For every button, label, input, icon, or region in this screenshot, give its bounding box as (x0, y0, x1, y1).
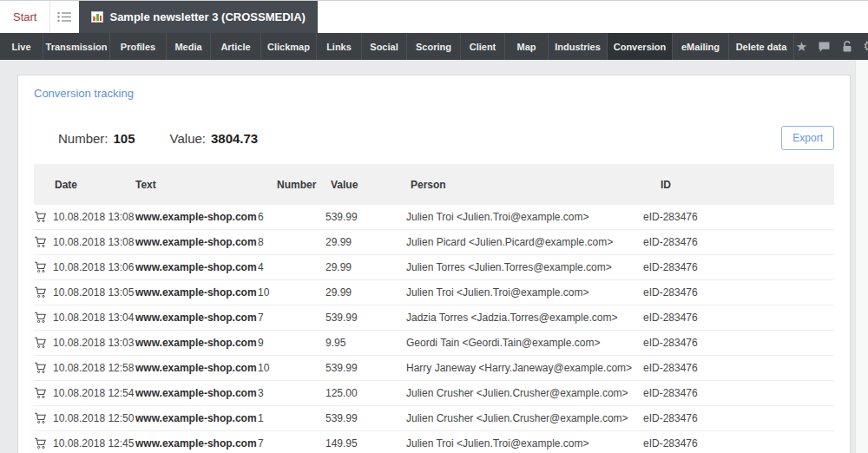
cell-text: www.example-shop.com (135, 337, 258, 349)
cell-date: 10.08.2018 12:54 (53, 387, 135, 399)
nav-item-conversion[interactable]: Conversion (608, 33, 673, 60)
nav-item-label: Conversion (614, 42, 667, 52)
nav-item-client[interactable]: Client (461, 33, 505, 60)
cell-text: www.example-shop.com (135, 211, 258, 223)
cell-number: 10 (258, 286, 326, 299)
cell-number: 9 (258, 337, 326, 349)
cell-id: eID-283476 (643, 211, 834, 223)
cell-date: 10.08.2018 13:08 (53, 236, 135, 248)
nav-item-profiles[interactable]: Profiles (110, 33, 167, 60)
nav-item-industries[interactable]: Industries (549, 33, 608, 60)
nav-item-map[interactable]: Map (505, 33, 549, 60)
nav-item-delete-data[interactable]: Delete data (729, 33, 794, 60)
column-header-id: ID (643, 179, 834, 191)
cell-number: 7 (258, 312, 326, 324)
cell-person: Harry Janeway <Harry.Janeway@example.com… (402, 362, 643, 374)
conversion-table: Date Text Number Value Person ID 10.08.2… (34, 164, 834, 453)
newsletter-icon (91, 11, 103, 23)
table-row: 10.08.2018 12:45 www.example-shop.com 7 … (34, 431, 834, 453)
export-button[interactable]: Export (781, 126, 834, 150)
cell-id: eID-283476 (643, 261, 834, 273)
nav-item-label: eMailing (681, 42, 720, 52)
cell-value: 29.99 (326, 286, 402, 299)
gear-icon[interactable]: ⚙ (862, 39, 868, 54)
column-header-person: Person (402, 179, 643, 191)
cell-date: 10.08.2018 13:05 (53, 286, 135, 299)
star-icon[interactable]: ★ (794, 39, 809, 54)
cell-id: eID-283476 (643, 437, 834, 450)
nav-item-label: Profiles (121, 42, 155, 52)
cart-icon (34, 437, 53, 450)
cell-value: 539.99 (326, 211, 402, 223)
summary-row: Number: 105 Value: 3804.73 Export (34, 126, 834, 150)
unlock-icon[interactable] (839, 39, 854, 54)
table-row: 10.08.2018 13:04 www.example-shop.com 7 … (34, 305, 834, 331)
cell-number: 10 (258, 362, 326, 374)
cell-id: eID-283476 (643, 362, 834, 374)
column-header-text: Text (135, 179, 258, 191)
table-body: 10.08.2018 13:08 www.example-shop.com 6 … (34, 205, 834, 453)
nav-item-label: Article (220, 42, 250, 52)
cell-value: 149.95 (326, 437, 402, 450)
cell-person: Jadzia Torres <Jadzia.Torres@example.com… (402, 312, 643, 324)
table-row: 10.08.2018 12:50 www.example-shop.com 1 … (34, 406, 834, 431)
vertical-scrollbar[interactable] (855, 60, 868, 453)
cell-value: 539.99 (326, 362, 402, 374)
table-row: 10.08.2018 12:58 www.example-shop.com 10… (34, 356, 834, 381)
cart-icon (34, 387, 53, 399)
nav-item-label: Delete data (736, 42, 787, 52)
cell-id: eID-283476 (643, 312, 834, 324)
cell-person: Julien Crusher <Julien.Crusher@example.c… (402, 387, 643, 399)
nav-item-scoring[interactable]: Scoring (407, 33, 461, 60)
nav-item-live[interactable]: Live (0, 33, 43, 60)
cell-number: 8 (258, 236, 326, 248)
nav-item-links[interactable]: Links (317, 33, 362, 60)
cell-date: 10.08.2018 13:03 (53, 337, 135, 349)
cell-date: 10.08.2018 13:04 (53, 312, 135, 324)
cell-number: 3 (258, 387, 326, 399)
nav-item-emailing[interactable]: eMailing (673, 33, 729, 60)
cart-icon (34, 412, 53, 424)
cell-number: 1 (258, 412, 326, 424)
nav-items: Live Transmission Profiles Media Article… (0, 33, 794, 60)
nav-item-social[interactable]: Social (362, 33, 407, 60)
cell-text: www.example-shop.com (135, 236, 258, 248)
cell-person: Julien Troi <Julien.Troi@example.com> (402, 437, 643, 450)
column-header-value: Value (326, 179, 402, 191)
number-label: Number: (58, 131, 108, 146)
cell-person: Julien Troi <Julien.Troi@example.com> (402, 211, 643, 223)
nav-item-media[interactable]: Media (167, 33, 211, 60)
list-menu-button[interactable] (50, 1, 79, 33)
table-row: 10.08.2018 13:03 www.example-shop.com 9 … (34, 331, 834, 356)
cell-text: www.example-shop.com (135, 261, 258, 273)
cell-person: Julien Crusher <Julien.Crusher@example.c… (402, 412, 643, 424)
cell-date: 10.08.2018 13:08 (53, 211, 135, 223)
cell-text: www.example-shop.com (135, 412, 258, 424)
cell-value: 29.99 (326, 236, 402, 248)
nav-item-label: Live (11, 42, 30, 52)
cell-value: 539.99 (326, 412, 402, 424)
nav-item-label: Social (370, 42, 398, 52)
table-row: 10.08.2018 13:05 www.example-shop.com 10… (34, 280, 834, 305)
nav-item-transmission[interactable]: Transmission (43, 33, 110, 60)
cell-number: 4 (258, 261, 326, 273)
comment-icon[interactable] (817, 39, 832, 54)
cell-value: 125.00 (326, 387, 402, 399)
cell-text: www.example-shop.com (135, 362, 258, 374)
value-value: 3804.73 (211, 131, 258, 146)
top-bar: Start Sample newsletter 3 (CROSSMEDIA) (0, 1, 868, 33)
newsletter-tab[interactable]: Sample newsletter 3 (CROSSMEDIA) (79, 1, 317, 33)
nav-item-article[interactable]: Article (211, 33, 261, 60)
list-icon (57, 11, 72, 23)
cell-person: Julien Torres <Julien.Torres@example.com… (402, 261, 643, 273)
nav-item-label: Industries (555, 42, 601, 52)
cell-value: 539.99 (326, 312, 402, 324)
cell-id: eID-283476 (643, 236, 834, 248)
conversion-summary: Number: 105 Value: 3804.73 (34, 131, 258, 146)
cart-icon (34, 362, 53, 374)
cell-date: 10.08.2018 13:06 (53, 261, 135, 273)
cell-date: 10.08.2018 12:45 (53, 437, 135, 450)
start-link[interactable]: Start (0, 1, 49, 33)
nav-item-clickmap[interactable]: Clickmap (261, 33, 317, 60)
table-row: 10.08.2018 13:08 www.example-shop.com 8 … (34, 230, 834, 255)
